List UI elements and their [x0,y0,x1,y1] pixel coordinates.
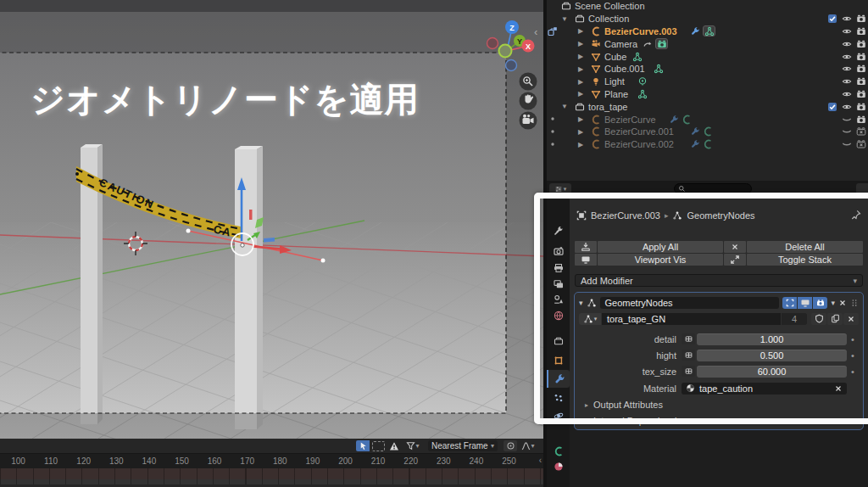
tab-render[interactable] [547,242,570,260]
outliner-item-label[interactable]: Plane [604,89,628,99]
checkbox-checked-icon[interactable] [827,14,837,24]
interpolation-button[interactable]: ▾ [520,440,537,451]
camera-render-icon[interactable] [856,26,866,36]
viewport-vis-button[interactable]: Viewport Vis [598,254,723,266]
disclosure-triangle[interactable]: ▶ [576,53,585,60]
outliner-item-label[interactable]: BezierCurve.003 [604,26,677,36]
animate-dot[interactable]: • [847,350,859,361]
nodes-icon[interactable] [637,89,648,99]
unlink-button[interactable] [843,313,859,325]
nodes-icon[interactable] [654,64,664,74]
wrench-icon[interactable] [669,115,679,125]
viewport-camera-button[interactable] [520,112,537,130]
delete-all-button[interactable]: Delete All [747,241,863,253]
camera-render-icon[interactable] [856,115,866,125]
tab-world[interactable] [547,306,570,324]
eye-closed-icon[interactable] [842,139,852,149]
camera-render-icon[interactable] [856,64,866,74]
nav-axis-negx[interactable] [487,38,498,49]
outliner-row[interactable]: ▶BezierCurve.003 [547,25,868,38]
light-data-icon[interactable] [637,76,648,87]
viewport-zoom-button[interactable] [520,73,537,91]
wrench-icon[interactable] [690,139,700,149]
outliner-row[interactable]: ▶Cube.001 [547,63,868,76]
tab-modifier-wrench[interactable] [547,370,570,388]
eye-open-icon[interactable] [842,64,852,74]
tab-physics[interactable] [547,406,570,424]
tab-output[interactable] [547,259,570,277]
browse-node-group-button[interactable]: ▾ [579,313,601,325]
tab-scene[interactable] [547,290,570,308]
eye-closed-icon[interactable] [842,126,852,137]
select-tool-button[interactable] [356,440,370,451]
realtime-display-toggle[interactable] [798,297,812,309]
pin-icon[interactable] [851,210,861,220]
nav-axis-negz[interactable] [506,60,517,71]
autokey-warning-button[interactable] [387,440,401,451]
outliner-item-label[interactable]: BezierCurve [604,115,656,125]
drag-handle-icon[interactable] [850,299,859,307]
viewport-pan-button[interactable] [520,92,537,110]
disclosure-triangle[interactable]: ▼ [560,103,569,110]
tweak-box-button[interactable] [372,441,385,451]
outliner-row[interactable]: ▶BezierCurve.002 [547,138,868,151]
camera-render-icon[interactable] [856,52,866,62]
outliner-row[interactable]: ▼tora_tape [547,100,868,113]
extras-dropdown[interactable]: ▾ [831,299,835,307]
outliner-row[interactable]: ▼Collection [547,13,868,25]
output-attributes-section[interactable]: ▸ Output Attributes [585,400,663,410]
camera-disabled-icon[interactable] [856,139,866,149]
eye-closed-icon[interactable] [842,115,852,125]
clear-material-button[interactable] [834,384,843,393]
outliner-item-label[interactable]: BezierCurve.001 [604,126,674,137]
curve-data-icon[interactable] [703,139,713,149]
header-overflow-button[interactable] [856,183,868,194]
tab-object[interactable] [547,351,570,369]
input-attribute-toggle[interactable] [682,366,695,377]
outliner-item-label[interactable]: Collection [588,14,629,24]
render-display-toggle[interactable] [813,297,827,309]
param-value-slider[interactable]: 1.000 [697,333,847,345]
outliner-item-label[interactable]: Cube.001 [604,64,645,74]
apply-all-icon-button[interactable] [575,241,597,253]
curve-data-icon[interactable] [703,126,713,137]
animate-dot[interactable]: • [847,334,859,344]
nodes-icon[interactable] [632,52,643,62]
tab-collection-tab[interactable] [547,332,570,350]
material-field[interactable]: tape_caution [682,383,847,395]
snap-mode-dropdown[interactable]: Nearest Frame ▾ [428,440,498,451]
timeline-scroll-arrow[interactable]: ‹ [539,456,542,465]
editor-type-button[interactable]: ▾ [549,183,571,194]
input-attribute-toggle[interactable] [682,350,695,361]
camera-disabled-icon[interactable] [856,126,866,137]
disclosure-triangle[interactable]: ▶ [576,115,585,123]
toggle-stack-button[interactable]: Toggle Stack [747,254,863,266]
disclosure-triangle[interactable]: ▶ [576,27,585,35]
eye-open-icon[interactable] [842,76,852,87]
disclosure-triangle[interactable]: ▶ [576,65,585,73]
outliner-item-label[interactable]: Camera [604,39,637,49]
edit-mode-display-toggle[interactable] [782,297,797,309]
eye-open-icon[interactable] [842,52,852,62]
eye-open-icon[interactable] [842,89,852,99]
disclosure-triangle[interactable]: ▶ [576,90,585,98]
remove-modifier-button[interactable] [838,299,847,307]
outliner-item-label[interactable]: tora_tape [588,102,627,112]
outliner-row[interactable]: ▶Light [547,76,868,88]
outliner-item-label[interactable]: Light [604,76,625,87]
camera-render-icon[interactable] [856,102,866,112]
fake-user-button[interactable] [811,313,826,325]
breadcrumb-object[interactable]: BezierCurve.003 [591,210,660,221]
camera-render-icon[interactable] [856,89,866,99]
disclosure-triangle[interactable]: ▶ [576,128,585,136]
viewport-3d[interactable]: CAUTION CA [0,0,543,439]
curve-data-icon[interactable] [682,115,692,125]
outliner-item-label[interactable]: Scene Collection [575,1,645,11]
disclosure-triangle[interactable]: ▶ [576,141,585,148]
region-collapse-arrow[interactable]: ‹ [534,25,537,38]
modifier-name-field[interactable]: GeometryNodes [600,297,780,309]
disclosure-triangle[interactable]: ▼ [560,15,569,23]
disclosure-triangle[interactable]: ▶ [576,40,585,48]
camera-data-box-icon[interactable] [655,38,668,49]
tab-particles[interactable] [547,389,570,406]
